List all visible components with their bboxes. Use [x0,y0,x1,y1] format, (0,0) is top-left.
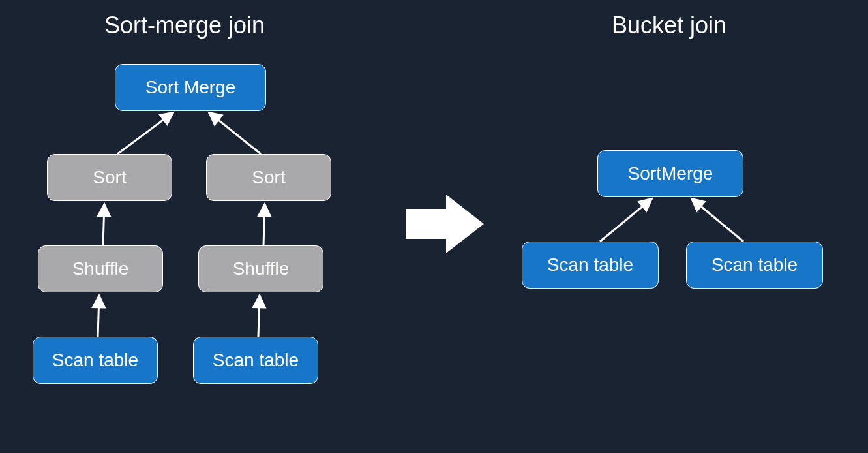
diagram-canvas: Sort-merge join Bucket join Sort Merge S… [0,0,868,453]
left-scan-right: Scan table [193,337,318,384]
left-sort-left: Sort [47,154,172,201]
right-diagram-title: Bucket join [612,12,726,39]
left-shuffle-right: Shuffle [198,245,323,292]
svg-line-6 [600,198,652,242]
svg-line-3 [263,204,265,245]
left-sort-right: Sort [206,154,331,201]
svg-line-0 [117,112,173,154]
left-root-sort-merge: Sort Merge [115,64,266,111]
transform-arrow-icon [406,195,484,253]
svg-line-5 [258,295,260,337]
svg-line-1 [209,112,261,154]
svg-line-2 [103,204,104,245]
left-scan-left: Scan table [33,337,158,384]
right-root-sortmerge: SortMerge [597,150,743,197]
svg-line-4 [98,295,99,337]
svg-marker-8 [406,195,484,253]
right-scan-left: Scan table [522,242,659,289]
left-diagram-title: Sort-merge join [104,12,265,39]
right-scan-right: Scan table [686,242,823,289]
svg-line-7 [691,198,743,242]
left-shuffle-left: Shuffle [38,245,163,292]
